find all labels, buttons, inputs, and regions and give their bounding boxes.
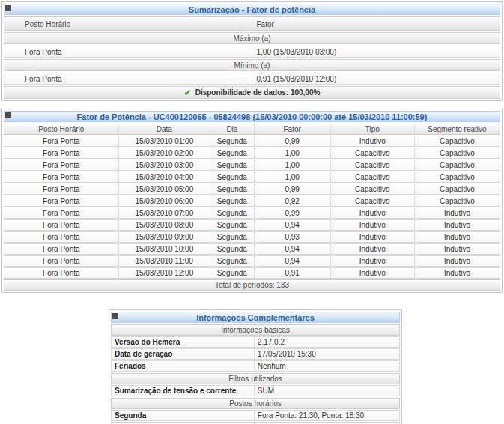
cell-tipo: Capacitivo [331,172,415,182]
cell-tipo: Indutivo [331,220,415,230]
cell-posto: Fora Ponta [4,172,119,182]
detail-title-bar: Fator de Potência - UC400120065 - 058244… [4,111,500,122]
table-row: Fora Ponta 15/03/2010 11:00 Segunda 0,94… [4,255,500,267]
column-header-fator: Fator [252,17,500,30]
cell-segmento: Capacitivo [415,160,500,170]
column-header-tipo: Tipo [331,124,415,134]
table-row: Fora Ponta 15/03/2010 09:00 Segunda 0,93… [4,231,500,243]
cell-fator: 0,94 [255,244,331,254]
section-header-label: Informações básicas [112,325,399,335]
collapse-icon [112,313,118,319]
column-header-data: Data [119,124,210,134]
min-posto-cell: Fora Ponta [4,73,252,84]
cell-dia: Segunda [210,232,255,242]
cell-tipo: Indutivo [331,256,415,266]
table-row: Fora Ponta 15/03/2010 04:00 Segunda 1,00… [4,172,500,183]
max-fator-cell: 1,00 (15/03/2010 03:00) [252,46,500,57]
cell-dia: Segunda [210,148,255,158]
cell-data: 15/03/2010 03:00 [119,160,210,170]
info-value: Nenhum [255,361,399,371]
max-posto-cell: Fora Ponta [4,46,252,57]
info-row-versao: Versão do Hemera 2.17.0.2 [111,336,400,348]
collapse-icon [5,5,11,11]
summary-title-bar: Sumarização - Fator de potência [4,4,500,15]
section-header-minimo-label: Mínimo (a) [4,60,500,70]
info-row-sumarizacao: Sumarização de tensão e corrente SUM [111,385,400,396]
info-row-feriados: Feriados Nenhum [111,360,400,372]
info-label: Segunda [112,411,255,420]
cell-tipo: Indutivo [331,136,415,146]
section-header-label: Postos horários [112,399,399,408]
cell-tipo: Capacitivo [331,160,415,170]
info-value: Fora Ponta: 21:30, Ponta: 18:30 [255,411,399,420]
table-row: Fora Ponta 15/03/2010 01:00 Segunda 0,99… [4,136,500,147]
cell-fator: 0,99 [255,208,331,218]
info-label: Data de geração [112,349,255,359]
cell-data: 15/03/2010 07:00 [119,208,210,218]
cell-posto: Fora Ponta [4,220,119,230]
cell-dia: Segunda [210,196,255,206]
column-header-posto-horario: Posto Horário [4,17,252,30]
table-row: Fora Ponta 15/03/2010 07:00 Segunda 0,99… [4,208,500,219]
info-value: SUM [255,386,399,396]
collapse-icon [5,112,11,118]
summary-title: Sumarização - Fator de potência [189,5,315,14]
info-label: Versão do Hemera [112,337,255,347]
section-header-maximo: Máximo (a) [4,32,500,44]
cell-data: 15/03/2010 02:00 [119,148,210,158]
summary-table: Sumarização - Fator de potência Posto Ho… [1,1,503,101]
cell-tipo: Indutivo [331,232,415,242]
cell-segmento: Capacitivo [415,184,500,194]
table-row: Fora Ponta 15/03/2010 10:00 Segunda 0,94… [4,243,500,255]
cell-posto: Fora Ponta [4,232,119,242]
table-row: Fora Ponta 15/03/2010 05:00 Segunda 0,99… [4,184,500,195]
cell-dia: Segunda [210,244,255,254]
cell-tipo: Indutivo [331,268,415,278]
min-fator-cell: 0,91 (15/03/2010 12:00) [252,73,500,84]
cell-fator: 0,94 [255,220,331,230]
section-header-postos-horarios: Postos horários [111,398,400,409]
cell-segmento: Indutivo [415,220,500,230]
column-header-posto-horario: Posto Horário [4,124,119,134]
detail-footer-row: Total de períodos: 133 [4,279,500,291]
info-row-data-geracao: Data de geração 17/05/2010 15:30 [111,348,400,360]
cell-posto: Fora Ponta [4,148,119,158]
cell-dia: Segunda [210,136,255,146]
info-title: Informações Complementares [196,313,315,322]
cell-posto: Fora Ponta [4,208,119,218]
cell-posto: Fora Ponta [4,136,119,146]
cell-posto: Fora Ponta [4,196,119,206]
detail-table: Fator de Potência - UC400120065 - 058244… [1,109,503,293]
section-header-informacoes-basicas: Informações básicas [111,324,400,336]
info-label: Sumarização de tensão e corrente [112,386,255,396]
cell-fator: 0,93 [255,232,331,242]
posto-row-segunda: Segunda Fora Ponta: 21:30, Ponta: 18:30 [111,410,400,421]
cell-data: 15/03/2010 04:00 [119,172,210,182]
section-header-minimo: Mínimo (a) [4,59,500,71]
cell-data: 15/03/2010 11:00 [119,256,210,266]
cell-dia: Segunda [210,160,255,170]
cell-fator: 0,92 [255,196,331,206]
cell-posto: Fora Ponta [4,256,119,266]
cell-dia: Segunda [210,220,255,230]
cell-dia: Segunda [210,256,255,266]
info-value: 17/05/2010 15:30 [255,349,399,359]
cell-dia: Segunda [210,208,255,218]
cell-dia: Segunda [210,184,255,194]
cell-data: 15/03/2010 10:00 [119,244,210,254]
cell-posto: Fora Ponta [4,268,119,278]
complementary-info-table: Informações Complementares Informações b… [109,309,402,424]
cell-dia: Segunda [210,268,255,278]
section-header-maximo-label: Máximo (a) [4,33,500,43]
cell-segmento: Capacitivo [415,148,500,158]
section-header-label: Filtros utilizados [112,374,399,384]
cell-dia: Segunda [210,172,255,182]
info-title-bar: Informações Complementares [111,312,400,323]
column-header-segmento-reativo: Segmento reativo [415,124,500,134]
table-row: Fora Ponta 15/03/2010 12:00 Segunda 0,91… [4,267,500,279]
availability-text: Disponibilidade de dados: 100,00% [195,88,321,97]
column-header-dia: Dia [210,124,255,134]
cell-tipo: Indutivo [331,208,415,218]
cell-data: 15/03/2010 05:00 [119,184,210,194]
cell-tipo: Indutivo [331,244,415,254]
